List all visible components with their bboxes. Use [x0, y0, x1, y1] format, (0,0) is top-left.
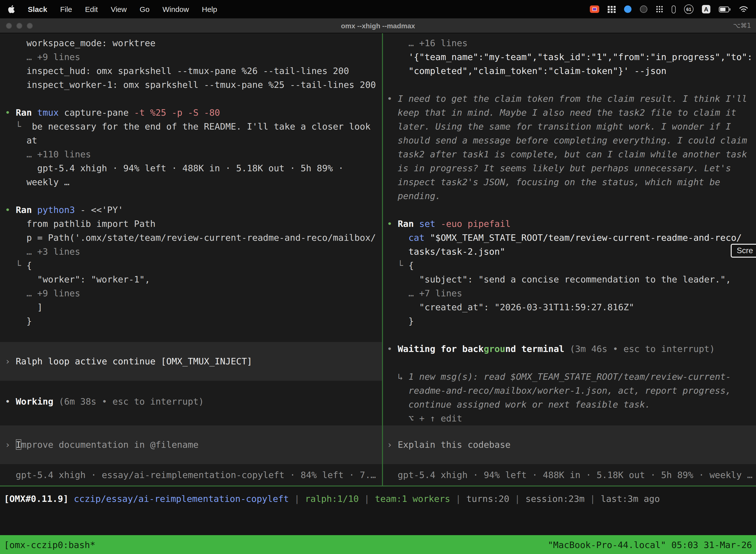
terminal-pane-right[interactable]: … +16 lines'{"team_name":"my-team","task…	[383, 33, 756, 486]
screen-recording-indicator-icon[interactable]	[590, 5, 599, 13]
dots-grid-icon[interactable]	[656, 5, 663, 13]
grid-app-icon[interactable]	[608, 6, 616, 13]
menu-app-name[interactable]: Slack	[28, 5, 47, 13]
text-segment: •	[387, 93, 397, 104]
terminal-line: inspect task2's JSON, focusing on the st…	[383, 175, 756, 189]
text-segment: •	[5, 107, 16, 118]
terminal-line: › Ralph loop active continue [OMX_TMUX_I…	[0, 354, 382, 368]
terminal-blank-line	[0, 189, 382, 203]
zoom-window-button[interactable]	[27, 22, 33, 29]
text-segment: ›	[5, 439, 16, 450]
text-segment: python3	[37, 205, 80, 215]
text-segment: set	[419, 218, 441, 229]
terminal-pane-left[interactable]: workspace_mode: worktree… +9 linesinspec…	[0, 33, 382, 486]
text-segment: readme-and-reco/mailbox/worker-1.json, a…	[408, 385, 731, 396]
text-segment: -euo pipefail	[441, 218, 511, 229]
terminal-line: is in progress? It seems likely but perh…	[383, 161, 756, 175]
text-segment: (3m 46s • esc to interrupt)	[570, 343, 715, 354]
text-segment: from pathlib import Path	[26, 218, 155, 229]
text-segment: continue assigned work or next feasible …	[408, 399, 650, 409]
terminal-pane-hud[interactable]: [OMX#0.11.9] cczip/essay/ai-reimplementa…	[0, 487, 756, 535]
text-segment: Waiting for back	[397, 343, 484, 354]
terminal-line: • I need to get the claim token from the…	[383, 92, 756, 106]
terminal-line: workspace_mode: worktree	[0, 36, 382, 50]
input-source-icon[interactable]: A	[702, 5, 710, 13]
menu-item-window[interactable]: Window	[163, 5, 189, 13]
input-source-letter: A	[704, 6, 708, 13]
text-segment: ]	[37, 302, 43, 312]
terminal-line: should send a message before completing …	[383, 133, 756, 148]
terminal-line: gpt-5.4 xhigh · essay/ai-reimplementatio…	[0, 468, 382, 482]
menu-item-edit[interactable]: Edit	[85, 5, 98, 13]
text-segment: 1 new msg(s): read $OMX_TEAM_STATE_ROOT/…	[408, 371, 731, 382]
window-titlebar[interactable]: omx --xhigh --madmax ⌥⌘1	[0, 18, 756, 33]
text-segment: Ran	[16, 205, 37, 215]
text-segment: •	[5, 205, 16, 215]
window-shortcut-hint: ⌥⌘1	[733, 22, 751, 29]
menu-item-file[interactable]: File	[60, 5, 72, 13]
text-segment: "created_at": "2026-03-31T11:59:27.816Z"	[419, 302, 634, 312]
terminal-blank-line	[0, 381, 382, 395]
text-segment: [OMX#0.11.9]	[4, 493, 68, 504]
text-segment: … +110 lines	[26, 149, 91, 159]
minimize-window-button[interactable]	[16, 22, 22, 29]
terminal-line: ↳ 1 new msg(s): read $OMX_TEAM_STATE_ROO…	[383, 370, 756, 384]
text-segment: cat	[408, 232, 430, 243]
terminal-line: └ {	[383, 259, 756, 273]
terminal-line: "completed","claim_token":"claim-token"}…	[383, 64, 756, 78]
window-title: omx --xhigh --madmax	[0, 21, 756, 30]
text-segment: |	[359, 493, 375, 504]
prompt-input-left[interactable]: › Improve documentation in @filename	[0, 426, 382, 464]
terminal-line: • Waiting for background terminal (3m 46…	[383, 342, 756, 356]
apple-menu-icon[interactable]	[8, 5, 15, 13]
pill-app-icon[interactable]	[672, 5, 676, 13]
terminal-line: … +16 lines	[383, 36, 756, 50]
terminal-line: p = Path('.omx/state/team/review-current…	[0, 231, 382, 245]
terminal-line: later. Using the same for transition mig…	[383, 120, 756, 133]
terminal-blank-line	[0, 92, 382, 106]
text-segment: at	[26, 135, 37, 146]
terminal-window: omx --xhigh --madmax ⌥⌘1 workspace_mode:…	[0, 18, 756, 554]
text-segment: last:3m ago	[601, 493, 660, 504]
terminal-blank-line	[383, 356, 756, 370]
dark-app-icon[interactable]	[640, 5, 647, 13]
tmux-status-right: "MacBook-Pro-44.local" 05:03 31-Mar-26	[548, 539, 752, 550]
prompt-input-right[interactable]: › Explain this codebase	[383, 426, 756, 464]
text-segment: … +9 lines	[26, 52, 80, 62]
terminal-blank-line	[383, 203, 756, 217]
battery-percentage-badge[interactable]: 61	[684, 4, 693, 14]
text-segment: inspect_worker-1: omx sparkshell --tmux-…	[26, 79, 376, 90]
terminal-blank-line	[383, 328, 756, 342]
wifi-icon[interactable]	[739, 6, 748, 13]
terminal-line: "created_at": "2026-03-31T11:59:27.816Z"	[383, 300, 756, 314]
text-segment: └	[16, 121, 32, 131]
text-segment: is in progress? It seems likely but perh…	[397, 163, 731, 173]
battery-icon[interactable]	[719, 6, 731, 12]
text-segment: inspect task2's JSON, focusing on the st…	[397, 177, 720, 187]
text-segment: ›	[387, 439, 397, 450]
screen-notification-overlay: Scre	[731, 244, 756, 258]
terminal-blank-line	[0, 408, 382, 423]
text-segment: - <<'PY'	[80, 205, 123, 215]
blue-app-icon[interactable]	[624, 5, 631, 13]
terminal-line: … +7 lines	[383, 286, 756, 300]
text-segment: mprove documentation in @filename	[21, 439, 198, 450]
terminal-line: }	[0, 314, 382, 328]
battery-percentage-value: 61	[686, 7, 691, 12]
text-segment: weekly …	[26, 177, 69, 187]
text-segment: }	[26, 316, 32, 326]
menu-item-view[interactable]: View	[111, 5, 127, 13]
menu-item-help[interactable]: Help	[202, 5, 217, 13]
text-segment: capture-pane	[64, 107, 134, 118]
terminal-line: ]	[0, 300, 382, 314]
terminal-gap	[0, 464, 382, 468]
text-segment: I	[16, 439, 21, 450]
terminal-line: • Ran tmux capture-pane -t %25 -p -S -80	[0, 106, 382, 120]
terminal-line: › Explain this codebase	[383, 438, 756, 452]
terminal-line: › Improve documentation in @filename	[0, 438, 382, 452]
text-segment: •	[387, 218, 397, 229]
terminal-line: inspect_worker-1: omx sparkshell --tmux-…	[0, 78, 382, 92]
menu-item-go[interactable]: Go	[140, 5, 149, 13]
text-segment: •	[5, 396, 16, 406]
close-window-button[interactable]	[6, 22, 12, 29]
